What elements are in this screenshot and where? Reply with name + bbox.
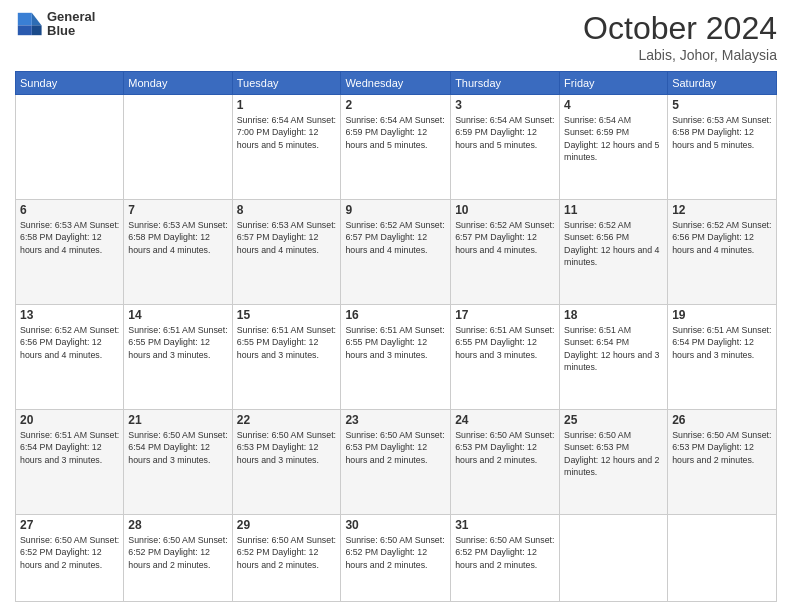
calendar-cell: 3Sunrise: 6:54 AM Sunset: 6:59 PM Daylig…	[451, 95, 560, 200]
day-info: Sunrise: 6:51 AM Sunset: 6:54 PM Dayligh…	[564, 324, 663, 373]
calendar-cell: 15Sunrise: 6:51 AM Sunset: 6:55 PM Dayli…	[232, 304, 341, 409]
day-number: 25	[564, 413, 663, 427]
calendar-cell: 20Sunrise: 6:51 AM Sunset: 6:54 PM Dayli…	[16, 409, 124, 514]
calendar-cell: 25Sunrise: 6:50 AM Sunset: 6:53 PM Dayli…	[560, 409, 668, 514]
logo-line1: General	[47, 10, 95, 24]
day-number: 1	[237, 98, 337, 112]
day-info: Sunrise: 6:52 AM Sunset: 6:57 PM Dayligh…	[345, 219, 446, 256]
calendar-cell: 6Sunrise: 6:53 AM Sunset: 6:58 PM Daylig…	[16, 199, 124, 304]
weekday-header-monday: Monday	[124, 72, 232, 95]
day-number: 23	[345, 413, 446, 427]
calendar-cell: 17Sunrise: 6:51 AM Sunset: 6:55 PM Dayli…	[451, 304, 560, 409]
day-info: Sunrise: 6:52 AM Sunset: 6:56 PM Dayligh…	[20, 324, 119, 361]
day-info: Sunrise: 6:51 AM Sunset: 6:54 PM Dayligh…	[672, 324, 772, 361]
page: General Blue October 2024 Labis, Johor, …	[0, 0, 792, 612]
day-info: Sunrise: 6:50 AM Sunset: 6:53 PM Dayligh…	[345, 429, 446, 466]
day-number: 7	[128, 203, 227, 217]
day-info: Sunrise: 6:54 AM Sunset: 6:59 PM Dayligh…	[455, 114, 555, 151]
calendar-week-1: 1Sunrise: 6:54 AM Sunset: 7:00 PM Daylig…	[16, 95, 777, 200]
weekday-header-friday: Friday	[560, 72, 668, 95]
month-title: October 2024	[583, 10, 777, 47]
day-number: 16	[345, 308, 446, 322]
day-info: Sunrise: 6:50 AM Sunset: 6:52 PM Dayligh…	[237, 534, 337, 571]
calendar-cell: 18Sunrise: 6:51 AM Sunset: 6:54 PM Dayli…	[560, 304, 668, 409]
calendar-table: SundayMondayTuesdayWednesdayThursdayFrid…	[15, 71, 777, 602]
calendar-cell: 24Sunrise: 6:50 AM Sunset: 6:53 PM Dayli…	[451, 409, 560, 514]
calendar-week-4: 20Sunrise: 6:51 AM Sunset: 6:54 PM Dayli…	[16, 409, 777, 514]
svg-marker-3	[18, 26, 32, 36]
calendar-cell	[124, 95, 232, 200]
calendar-cell: 4Sunrise: 6:54 AM Sunset: 6:59 PM Daylig…	[560, 95, 668, 200]
day-info: Sunrise: 6:50 AM Sunset: 6:54 PM Dayligh…	[128, 429, 227, 466]
calendar-cell: 22Sunrise: 6:50 AM Sunset: 6:53 PM Dayli…	[232, 409, 341, 514]
calendar-week-5: 27Sunrise: 6:50 AM Sunset: 6:52 PM Dayli…	[16, 514, 777, 601]
day-number: 14	[128, 308, 227, 322]
weekday-header-saturday: Saturday	[668, 72, 777, 95]
calendar-cell: 2Sunrise: 6:54 AM Sunset: 6:59 PM Daylig…	[341, 95, 451, 200]
day-info: Sunrise: 6:50 AM Sunset: 6:53 PM Dayligh…	[564, 429, 663, 478]
calendar-week-3: 13Sunrise: 6:52 AM Sunset: 6:56 PM Dayli…	[16, 304, 777, 409]
day-number: 28	[128, 518, 227, 532]
day-info: Sunrise: 6:52 AM Sunset: 6:57 PM Dayligh…	[455, 219, 555, 256]
day-info: Sunrise: 6:50 AM Sunset: 6:52 PM Dayligh…	[20, 534, 119, 571]
calendar-cell	[560, 514, 668, 601]
day-number: 10	[455, 203, 555, 217]
day-info: Sunrise: 6:51 AM Sunset: 6:55 PM Dayligh…	[345, 324, 446, 361]
header: General Blue October 2024 Labis, Johor, …	[15, 10, 777, 63]
calendar-cell: 31Sunrise: 6:50 AM Sunset: 6:52 PM Dayli…	[451, 514, 560, 601]
day-number: 29	[237, 518, 337, 532]
day-info: Sunrise: 6:54 AM Sunset: 6:59 PM Dayligh…	[345, 114, 446, 151]
day-number: 13	[20, 308, 119, 322]
calendar-cell: 10Sunrise: 6:52 AM Sunset: 6:57 PM Dayli…	[451, 199, 560, 304]
location: Labis, Johor, Malaysia	[583, 47, 777, 63]
day-number: 11	[564, 203, 663, 217]
weekday-header-row: SundayMondayTuesdayWednesdayThursdayFrid…	[16, 72, 777, 95]
day-info: Sunrise: 6:51 AM Sunset: 6:54 PM Dayligh…	[20, 429, 119, 466]
day-info: Sunrise: 6:50 AM Sunset: 6:52 PM Dayligh…	[128, 534, 227, 571]
calendar-cell: 14Sunrise: 6:51 AM Sunset: 6:55 PM Dayli…	[124, 304, 232, 409]
weekday-header-sunday: Sunday	[16, 72, 124, 95]
calendar-body: 1Sunrise: 6:54 AM Sunset: 7:00 PM Daylig…	[16, 95, 777, 602]
calendar-cell: 12Sunrise: 6:52 AM Sunset: 6:56 PM Dayli…	[668, 199, 777, 304]
logo: General Blue	[15, 10, 95, 39]
day-info: Sunrise: 6:53 AM Sunset: 6:58 PM Dayligh…	[672, 114, 772, 151]
day-number: 30	[345, 518, 446, 532]
day-number: 3	[455, 98, 555, 112]
day-number: 2	[345, 98, 446, 112]
calendar-cell: 9Sunrise: 6:52 AM Sunset: 6:57 PM Daylig…	[341, 199, 451, 304]
svg-marker-2	[18, 13, 32, 26]
day-number: 6	[20, 203, 119, 217]
calendar-cell: 7Sunrise: 6:53 AM Sunset: 6:58 PM Daylig…	[124, 199, 232, 304]
logo-icon	[15, 10, 43, 38]
day-number: 9	[345, 203, 446, 217]
day-number: 15	[237, 308, 337, 322]
logo-text: General Blue	[47, 10, 95, 39]
calendar-cell: 27Sunrise: 6:50 AM Sunset: 6:52 PM Dayli…	[16, 514, 124, 601]
day-info: Sunrise: 6:51 AM Sunset: 6:55 PM Dayligh…	[237, 324, 337, 361]
calendar-cell: 21Sunrise: 6:50 AM Sunset: 6:54 PM Dayli…	[124, 409, 232, 514]
calendar-cell: 26Sunrise: 6:50 AM Sunset: 6:53 PM Dayli…	[668, 409, 777, 514]
calendar-cell: 29Sunrise: 6:50 AM Sunset: 6:52 PM Dayli…	[232, 514, 341, 601]
day-number: 17	[455, 308, 555, 322]
title-block: October 2024 Labis, Johor, Malaysia	[583, 10, 777, 63]
day-number: 19	[672, 308, 772, 322]
logo-line2: Blue	[47, 24, 95, 38]
calendar-cell: 13Sunrise: 6:52 AM Sunset: 6:56 PM Dayli…	[16, 304, 124, 409]
calendar-cell: 5Sunrise: 6:53 AM Sunset: 6:58 PM Daylig…	[668, 95, 777, 200]
calendar-cell: 28Sunrise: 6:50 AM Sunset: 6:52 PM Dayli…	[124, 514, 232, 601]
day-info: Sunrise: 6:54 AM Sunset: 7:00 PM Dayligh…	[237, 114, 337, 151]
day-info: Sunrise: 6:53 AM Sunset: 6:57 PM Dayligh…	[237, 219, 337, 256]
day-info: Sunrise: 6:51 AM Sunset: 6:55 PM Dayligh…	[128, 324, 227, 361]
day-info: Sunrise: 6:53 AM Sunset: 6:58 PM Dayligh…	[20, 219, 119, 256]
calendar-cell: 30Sunrise: 6:50 AM Sunset: 6:52 PM Dayli…	[341, 514, 451, 601]
calendar-week-2: 6Sunrise: 6:53 AM Sunset: 6:58 PM Daylig…	[16, 199, 777, 304]
day-number: 20	[20, 413, 119, 427]
calendar-cell	[668, 514, 777, 601]
svg-marker-0	[32, 13, 42, 26]
day-info: Sunrise: 6:53 AM Sunset: 6:58 PM Dayligh…	[128, 219, 227, 256]
calendar-cell: 23Sunrise: 6:50 AM Sunset: 6:53 PM Dayli…	[341, 409, 451, 514]
calendar-cell: 16Sunrise: 6:51 AM Sunset: 6:55 PM Dayli…	[341, 304, 451, 409]
day-info: Sunrise: 6:54 AM Sunset: 6:59 PM Dayligh…	[564, 114, 663, 163]
day-number: 4	[564, 98, 663, 112]
day-number: 27	[20, 518, 119, 532]
